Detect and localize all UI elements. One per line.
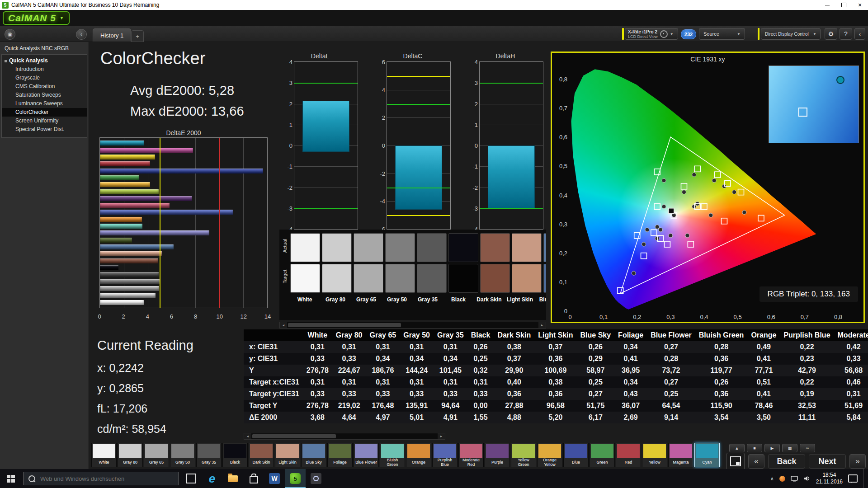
clock[interactable]: 18:54 21.11.2016 — [816, 472, 843, 485]
table-scrollbar[interactable]: ◄ ► — [244, 433, 445, 440]
patch-button-gray-50[interactable]: Gray 50 — [170, 443, 195, 467]
display-control-selector[interactable]: Direct Display Control ▼ — [761, 28, 821, 40]
patch-button-yellow[interactable]: Yellow — [642, 443, 667, 467]
meter-selector[interactable]: X-Rite i1Pro 2 LCD Direct View ▼ — [625, 28, 678, 40]
cell-y-black: 0,32 — [467, 365, 494, 376]
patch-label-white: White — [92, 458, 116, 467]
patch-button-blue-sky[interactable]: Blue Sky — [301, 443, 326, 467]
calman-taskbar-button[interactable]: 5 — [285, 469, 306, 488]
next-chevron-button[interactable]: » — [849, 454, 866, 469]
patch-button-bluish-green[interactable]: Bluish Green — [380, 443, 405, 467]
tray-app-icon[interactable] — [779, 476, 785, 482]
calman-logo[interactable]: CalMAN 5 ▼ — [3, 11, 70, 25]
patch-button-magenta[interactable]: Magenta — [668, 443, 693, 467]
actual-row-label: Actual — [282, 237, 288, 255]
sidebar-item-saturation-sweeps[interactable]: Saturation Sweeps — [2, 91, 87, 99]
swatch-label-blue-sky: Blue Sky — [536, 296, 546, 303]
tree-root-quick-analysis[interactable]: Quick Analysis — [2, 56, 87, 65]
patch-button-purple[interactable]: Purple — [485, 443, 510, 467]
layout-button[interactable] — [726, 453, 745, 470]
patch-button-cyan[interactable]: Cyan — [694, 443, 720, 467]
scroll-right-button[interactable]: ► — [438, 433, 445, 439]
loop-button[interactable]: ∞ — [800, 444, 815, 452]
tolerance-green-line-3 — [480, 83, 543, 84]
scrollbar-track[interactable] — [251, 433, 438, 439]
sidebar-item-cms-calibration[interactable]: CMS Calibration — [2, 82, 87, 91]
volume-icon[interactable] — [803, 475, 811, 482]
scroll-right-button[interactable]: ► — [538, 322, 546, 328]
back-button[interactable]: Back — [768, 454, 805, 469]
colorimeter-app-icon — [311, 473, 321, 484]
patch-button-red[interactable]: Red — [616, 443, 641, 467]
cell-target-x-cie31-black: 0,31 — [467, 376, 494, 388]
edge-taskbar-button[interactable]: e — [202, 469, 222, 488]
patch-button-gray-80[interactable]: Gray 80 — [118, 443, 143, 467]
cell-y-cie31-dark-skin: 0,37 — [494, 353, 534, 365]
word-button[interactable]: W — [264, 469, 285, 488]
patch-button-green[interactable]: Green — [590, 443, 615, 467]
chart-title: DeltaH — [467, 52, 544, 61]
show-desktop-button[interactable] — [863, 469, 866, 488]
patch-button-moderate-red[interactable]: Moderate Red — [458, 443, 484, 467]
patch-button-yellow-green[interactable]: Yellow Green — [511, 443, 536, 467]
source-selector[interactable]: Source ▼ — [699, 28, 745, 40]
patch-button-black[interactable]: Black — [222, 443, 248, 467]
patch-button-gray-35[interactable]: Gray 35 — [196, 443, 222, 467]
stop-button[interactable]: ■ — [747, 444, 762, 452]
next-button[interactable]: Next — [809, 454, 846, 469]
patch-button-foliage[interactable]: Foliage — [327, 443, 353, 467]
patch-button-purplish-blue[interactable]: Purplish Blue — [432, 443, 458, 467]
sidebar-item-luminance-sweeps[interactable]: Luminance Sweeps — [2, 99, 87, 108]
scroll-left-button[interactable]: ◄ — [280, 322, 287, 328]
sidebar-item-colorchecker[interactable]: ColorChecker — [2, 108, 87, 117]
scrollbar-track[interactable] — [287, 322, 538, 328]
swatch-grid-scrollbar[interactable]: ◄ ► — [279, 322, 546, 328]
patch-button-white[interactable]: White — [91, 443, 117, 467]
cell-target-y-cie31-blue-sky: 0,27 — [577, 388, 615, 400]
cell-e-2000-foliage: 2,69 — [614, 412, 647, 423]
sidebar-item-spectral-power-dist[interactable]: Spectral Power Dist. — [2, 125, 87, 134]
scrollbar-thumb[interactable] — [288, 323, 401, 327]
task-view-button[interactable] — [181, 469, 202, 488]
cell-target-x-cie31-blue-sky: 0,25 — [577, 376, 615, 388]
scroll-left-button[interactable]: ◄ — [244, 433, 251, 439]
store-button[interactable] — [243, 469, 264, 488]
maximize-button[interactable] — [835, 0, 852, 10]
notification-icon[interactable] — [848, 474, 858, 483]
sidebar-item-grayscale[interactable]: Grayscale — [2, 74, 87, 82]
settings-button[interactable]: ⚙ — [825, 28, 837, 40]
panel-collapse-button[interactable]: ‹ — [854, 28, 865, 40]
app-icon-text: 5 — [4, 3, 7, 8]
pattern-button[interactable]: ▦ — [782, 444, 797, 452]
patch-button-blue-flower[interactable]: Blue Flower — [354, 443, 379, 467]
scrollbar-thumb[interactable] — [252, 434, 336, 438]
app-taskbar-button[interactable] — [306, 469, 326, 488]
network-icon[interactable] — [791, 475, 798, 482]
help-button[interactable]: ? — [840, 28, 852, 40]
file-explorer-button[interactable] — [222, 469, 243, 488]
patch-button-gray-65[interactable]: Gray 65 — [144, 443, 169, 467]
patch-button-dark-skin[interactable]: Dark Skin — [249, 443, 274, 467]
meter-profile-badge[interactable]: 232 — [681, 29, 696, 39]
patch-button-light-skin[interactable]: Light Skin — [275, 443, 300, 467]
eject-button[interactable]: ▲ — [729, 444, 745, 452]
tab-history-1[interactable]: History 1 — [93, 28, 131, 42]
minimize-button[interactable] — [819, 0, 835, 10]
sidebar-item-screen-uniformity[interactable]: Screen Uniformity — [2, 117, 87, 125]
patch-button-orange[interactable]: Orange — [406, 443, 431, 467]
source-label: Source — [703, 31, 719, 37]
tray-expand-icon[interactable]: ∧ — [770, 476, 774, 482]
back-chevron-button[interactable]: « — [748, 454, 764, 469]
sidebar-item-introduction[interactable]: Introduction — [2, 65, 87, 74]
close-button[interactable]: × — [852, 0, 868, 10]
search-input[interactable] — [39, 475, 174, 483]
sidebar-collapse-button[interactable]: ‹ — [76, 29, 87, 40]
patch-button-blue[interactable]: Blue — [563, 443, 589, 467]
patch-button-orange-yellow[interactable]: Orange Yellow — [537, 443, 562, 467]
taskbar-search[interactable] — [24, 472, 179, 485]
meter-target-button[interactable]: ◉ — [5, 29, 15, 40]
play-button[interactable]: ▶ — [764, 444, 780, 452]
gridline-y-2 — [480, 104, 543, 104]
add-tab-button[interactable]: + — [131, 30, 144, 42]
start-button[interactable] — [0, 469, 22, 488]
